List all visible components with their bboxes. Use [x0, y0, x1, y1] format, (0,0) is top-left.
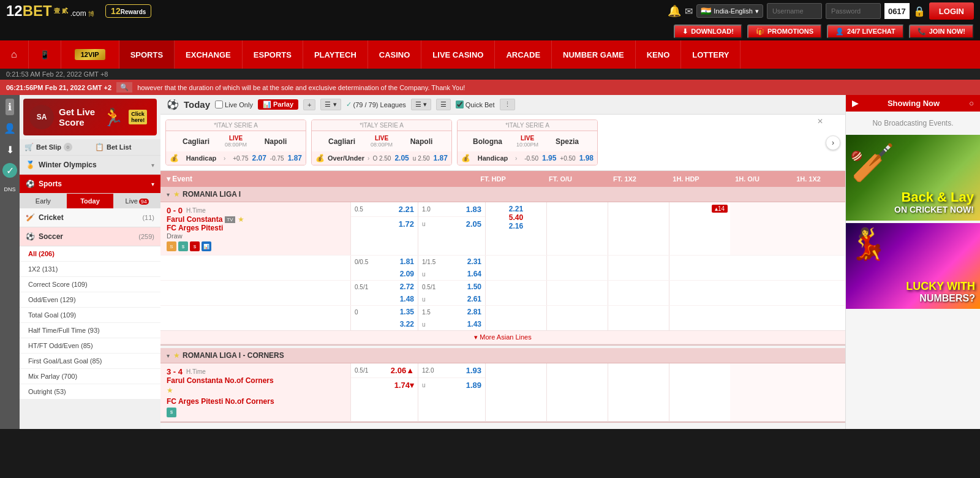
- bet-type-ht-ft[interactable]: Half Time/Full Time (93): [20, 323, 160, 338]
- 1x2-odd-2[interactable]: 5.40: [488, 213, 544, 222]
- corners-hdp-odd2[interactable]: 1.74▾: [394, 381, 414, 390]
- league-row-romania[interactable]: ▾ ★ ROMANIA LIGA I: [160, 187, 845, 202]
- column-selector[interactable]: ☰: [436, 99, 451, 110]
- corners-dollar-icon[interactable]: $: [167, 408, 176, 417]
- nav-vip[interactable]: 12VIP: [61, 40, 119, 69]
- bet-slip-button[interactable]: 🛒 Bet Slip ○: [20, 139, 90, 155]
- sub-ou-odd-1b[interactable]: 1.64: [467, 270, 481, 278]
- add-filter-button[interactable]: +: [303, 99, 315, 110]
- corners-team2[interactable]: FC Arges Pitesti No.of Corners: [167, 397, 344, 406]
- sub-hdp-odd-3[interactable]: 1.35: [400, 308, 414, 316]
- team2-name[interactable]: FC Arges Pitesti: [167, 224, 344, 232]
- nav-exchange[interactable]: EXCHANGE: [175, 40, 243, 69]
- nav-casino[interactable]: CASINO: [368, 40, 422, 69]
- bet-type-odd-even[interactable]: Odd/Even (129): [20, 292, 160, 308]
- league-row-corners[interactable]: ▾ ★ ROMANIA LIGA I - CORNERS: [160, 348, 845, 363]
- team1-name[interactable]: Farul Constanta: [167, 215, 222, 224]
- tab-early[interactable]: Early: [20, 194, 67, 208]
- check-icon[interactable]: ✓: [2, 163, 17, 178]
- more-options-button[interactable]: ⋮: [500, 99, 515, 110]
- nav-arcade[interactable]: ARCADE: [495, 40, 552, 69]
- password-input[interactable]: [826, 3, 881, 19]
- sports-section[interactable]: ⚽ Sports ▾: [20, 175, 160, 194]
- info-icon[interactable]: ℹ: [6, 99, 14, 115]
- nav-lottery[interactable]: LOTTERY: [681, 40, 741, 69]
- bet-type-mix-parlay[interactable]: Mix Parlay (700): [20, 369, 160, 384]
- sub-hdp-odd-1b[interactable]: 2.09: [400, 270, 414, 278]
- corners-ou-odd2[interactable]: 1.89: [466, 381, 481, 390]
- league-star-icon[interactable]: ★: [173, 190, 180, 199]
- click-here-badge[interactable]: Clickhere!: [129, 110, 147, 124]
- language-selector[interactable]: 🇮🇳 India-English ▾: [696, 4, 763, 18]
- mail-icon[interactable]: ✉: [685, 6, 693, 17]
- corners-ou-odd1[interactable]: 1.93: [466, 366, 481, 375]
- bet-type-all[interactable]: All (206): [20, 246, 160, 262]
- nav-keno[interactable]: KENO: [636, 40, 682, 69]
- sub-ou-odd-2[interactable]: 1.50: [467, 283, 481, 291]
- cash-icon[interactable]: $: [178, 241, 188, 251]
- bet-type-total-goal[interactable]: Total Goal (109): [20, 308, 160, 323]
- promotions-button[interactable]: 🎁 PROMOTIONS: [747, 25, 822, 39]
- league-corners-star[interactable]: ★: [173, 351, 180, 360]
- nav-sports[interactable]: SPORTS: [119, 40, 175, 69]
- nav-number-game[interactable]: NUMBER GAME: [552, 40, 636, 69]
- bet-type-outright[interactable]: Outright (53): [20, 384, 160, 400]
- leagues-selector[interactable]: ✓ (79 / 79) Leagues: [346, 101, 406, 108]
- live-only-input[interactable]: [215, 101, 223, 108]
- corners-star-icon[interactable]: ★: [167, 386, 173, 395]
- download-sidebar-icon[interactable]: ⬇: [4, 142, 17, 158]
- download-button[interactable]: ⬇ DOWNLOAD!: [674, 25, 742, 39]
- ticker-search-button[interactable]: 🔍: [116, 82, 132, 93]
- bell-icon[interactable]: 🔔: [668, 4, 681, 18]
- view-options-button[interactable]: ☰ ▾: [320, 99, 341, 110]
- chart-icon[interactable]: 📊: [202, 241, 211, 251]
- winter-olympics-section[interactable]: 🏅 Winter Olympics ▾: [20, 156, 160, 175]
- bet-type-ht-ft-odd-even[interactable]: HT/FT Odd/Even (85): [20, 338, 160, 354]
- live-score-banner[interactable]: SA Get Live Score 🏃 Clickhere!: [23, 99, 157, 135]
- sub-ou-odd-2b[interactable]: 2.61: [467, 295, 481, 303]
- login-button[interactable]: LOGIN: [929, 2, 974, 20]
- sub-hdp-odd-1[interactable]: 1.81: [400, 257, 414, 266]
- join-button[interactable]: 📞 JOIN NOW!: [909, 25, 974, 39]
- user-icon[interactable]: 👤: [1, 120, 18, 137]
- bet-list-button[interactable]: 📋 Bet List: [90, 139, 160, 155]
- bet-type-correct-score[interactable]: Correct Score (109): [20, 277, 160, 292]
- more-badge[interactable]: ▴14: [712, 205, 728, 213]
- sub-ou-odd-3[interactable]: 2.81: [467, 308, 481, 316]
- hdp-odd-1[interactable]: 2.21: [399, 205, 414, 214]
- bet-type-first-last-goal[interactable]: First Goal/Last Goal (85): [20, 354, 160, 369]
- nav-home[interactable]: ⌂: [0, 40, 29, 69]
- sport-item-soccer[interactable]: ⚽ Soccer (259): [20, 227, 160, 246]
- leagues-options-button[interactable]: ☰ ▾: [411, 99, 431, 110]
- dollar-icon[interactable]: $: [190, 241, 200, 251]
- sub-ou-odd-3b[interactable]: 1.43: [467, 320, 481, 328]
- quick-bet-input[interactable]: [456, 101, 464, 108]
- tab-today[interactable]: Today: [67, 194, 114, 208]
- nav-live-casino[interactable]: LIVE CASINO: [421, 40, 495, 69]
- bet-type-1x2[interactable]: 1X2 (131): [20, 262, 160, 277]
- cards-close-button[interactable]: ✕: [817, 117, 823, 126]
- 1x2-odd-3[interactable]: 2.16: [488, 222, 544, 230]
- more-asian-lines-button[interactable]: ▾ More Asian Lines: [160, 330, 845, 344]
- nav-esports[interactable]: ESPORTS: [243, 40, 303, 69]
- cards-next-button[interactable]: ›: [826, 135, 840, 150]
- parlay-button[interactable]: 📊 Parlay: [258, 99, 298, 110]
- sub-hdp-odd-2[interactable]: 2.72: [400, 283, 414, 291]
- sub-hdp-odd-3b[interactable]: 3.22: [400, 320, 414, 328]
- corners-team1[interactable]: Farul Constanta No.of Corners: [167, 376, 344, 385]
- livechat-button[interactable]: 👤 24/7 LIVECHAT: [827, 25, 904, 39]
- sub-hdp-odd-2b[interactable]: 1.48: [400, 295, 414, 303]
- star-icon[interactable]: ★: [238, 215, 244, 224]
- nav-playtech[interactable]: PLAYTECH: [303, 40, 368, 69]
- nav-mobile[interactable]: 📱: [29, 40, 61, 69]
- sub-ou-odd-1[interactable]: 2.31: [467, 257, 481, 266]
- corners-hdp-odd1[interactable]: 2.06▲: [391, 366, 414, 375]
- lucky-numbers-promo-banner[interactable]: 💃 LUCKY WITH NUMBERS?: [846, 223, 980, 309]
- 1x2-odd-1[interactable]: 2.21: [488, 205, 544, 213]
- live-only-checkbox[interactable]: Live Only: [215, 101, 253, 108]
- hdp-odd-2[interactable]: 1.72: [399, 219, 414, 229]
- dns-icon[interactable]: DNS: [1, 184, 18, 195]
- stats-icon[interactable]: S: [167, 241, 176, 251]
- quick-bet-checkbox[interactable]: Quick Bet: [456, 101, 495, 108]
- cricket-promo-banner[interactable]: Back & Lay ON CRICKET NOW! 🏏: [846, 135, 980, 221]
